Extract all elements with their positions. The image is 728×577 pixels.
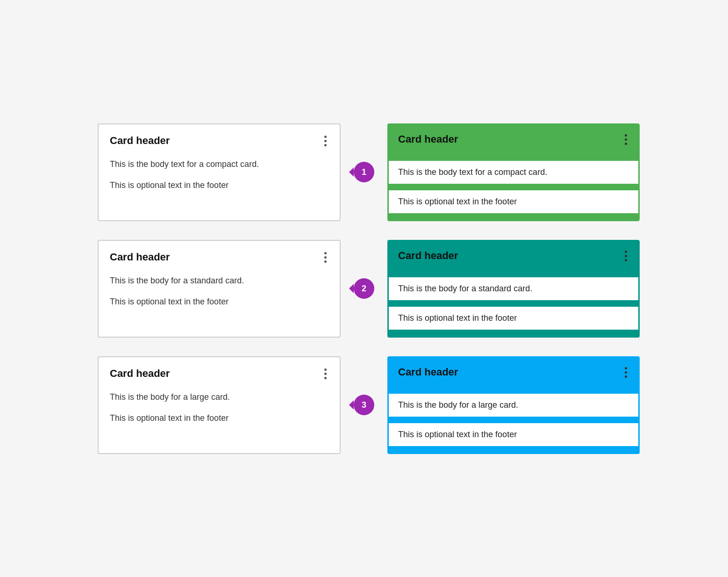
card-gap — [389, 271, 638, 277]
dot — [625, 375, 627, 378]
card-body-text-colored: This is the body for a standard card. — [398, 284, 532, 293]
card-footer-section: This is optional text in the footer — [389, 307, 638, 330]
card-body-section: This is the body for a large card. — [389, 394, 638, 417]
card-gap-bottom — [389, 213, 638, 220]
three-dots-menu-colored[interactable] — [623, 249, 629, 263]
card-1-left: Card header This is the body text for a … — [98, 123, 341, 221]
dot — [324, 252, 327, 254]
dot — [324, 373, 327, 375]
dot — [324, 368, 327, 371]
card-header-title-colored: Card header — [398, 250, 458, 262]
card-header-title-colored: Card header — [398, 133, 458, 145]
card-footer-text: This is optional text in the footer — [99, 410, 340, 433]
dot — [324, 260, 327, 263]
dot — [324, 377, 327, 379]
badge-2: 2 — [354, 278, 374, 299]
three-dots-menu[interactable] — [322, 134, 328, 148]
card-gap — [389, 300, 638, 307]
card-gap — [389, 184, 638, 190]
card-footer-text-colored: This is optional text in the footer — [398, 313, 517, 323]
dot — [625, 143, 627, 145]
three-dots-menu-colored[interactable] — [623, 365, 629, 380]
badge-col-1: 1 — [341, 123, 387, 221]
card-footer-section: This is optional text in the footer — [389, 423, 638, 446]
dot — [625, 255, 627, 257]
card-footer-text-colored: This is optional text in the footer — [398, 430, 517, 439]
three-dots-menu[interactable] — [322, 367, 328, 381]
three-dots-menu-colored[interactable] — [623, 132, 629, 147]
badge-label: 1 — [362, 167, 366, 177]
badge-col-3: 3 — [341, 356, 387, 454]
dot — [625, 367, 627, 369]
card-body-text: This is the body for a standard card. — [99, 272, 340, 293]
badge-label: 3 — [362, 400, 366, 410]
three-dots-menu[interactable] — [322, 250, 328, 265]
card-header-title: Card header — [110, 135, 170, 147]
badge-1: 1 — [354, 162, 374, 182]
dot — [625, 138, 627, 141]
card-body-text: This is the body for a large card. — [99, 389, 340, 410]
card-body-section: This is the body text for a compact card… — [389, 161, 638, 184]
badge-3: 3 — [354, 395, 374, 415]
card-header-title: Card header — [110, 368, 170, 380]
card-header-row: Card header — [99, 241, 340, 272]
card-header-title: Card header — [110, 251, 170, 263]
card-header-title-colored: Card header — [398, 366, 458, 378]
card-3-left: Card header This is the body for a large… — [98, 356, 341, 454]
dot — [324, 144, 327, 146]
card-2-left: Card header This is the body for a stand… — [98, 240, 341, 338]
card-gap — [389, 387, 638, 394]
card-body-text-colored: This is the body for a large card. — [398, 400, 518, 410]
badge-col-2: 2 — [341, 240, 387, 338]
card-3-right: Card header This is the body for a large… — [387, 356, 640, 454]
page-container: Card header This is the body text for a … — [0, 95, 728, 482]
card-header-row: Card header — [99, 357, 340, 389]
card-footer-text: This is optional text in the footer — [99, 293, 340, 316]
card-header-row-colored: Card header — [389, 358, 638, 387]
card-body-section: This is the body for a standard card. — [389, 277, 638, 300]
dot — [324, 140, 327, 142]
dot — [324, 136, 327, 138]
dot — [625, 251, 627, 253]
card-body-text: This is the body text for a compact card… — [99, 156, 340, 177]
card-footer-section: This is optional text in the footer — [389, 190, 638, 213]
card-header-row: Card header — [99, 124, 340, 156]
card-1-right: Card header This is the body text for a … — [387, 123, 640, 221]
dot — [625, 259, 627, 261]
card-footer-text: This is optional text in the footer — [99, 177, 340, 200]
card-gap — [389, 417, 638, 423]
card-gap — [389, 154, 638, 161]
card-footer-text-colored: This is optional text in the footer — [398, 197, 517, 206]
card-gap-bottom — [389, 330, 638, 336]
dot — [625, 134, 627, 137]
card-gap-bottom — [389, 446, 638, 453]
card-2-right: Card header This is the body for a stand… — [387, 240, 640, 338]
card-header-row-colored: Card header — [389, 125, 638, 154]
dot — [324, 256, 327, 259]
card-body-text-colored: This is the body text for a compact card… — [398, 167, 547, 177]
badge-label: 2 — [362, 284, 366, 294]
card-header-row-colored: Card header — [389, 241, 638, 271]
dot — [625, 371, 627, 374]
